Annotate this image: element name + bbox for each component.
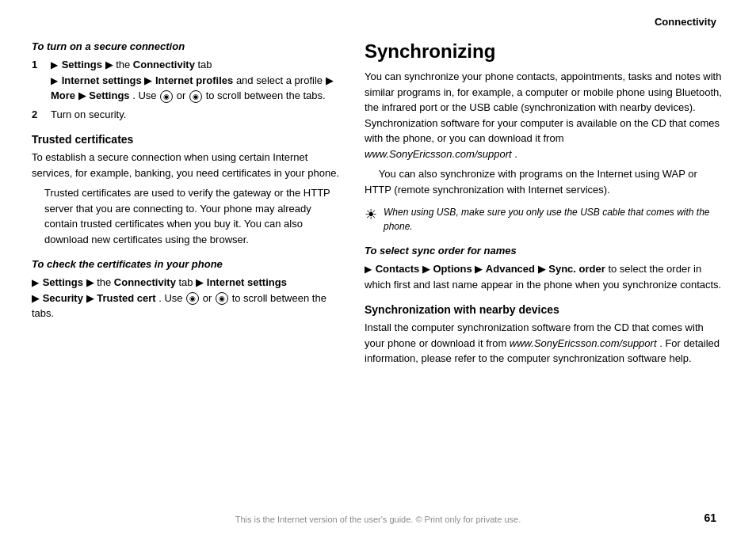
more-link: More: [51, 89, 75, 101]
check-cert-body: ▶ Settings ▶ the Connectivity tab ▶ Inte…: [32, 275, 341, 321]
connectivity-check: Connectivity: [114, 276, 176, 288]
page-header: Connectivity: [32, 16, 724, 28]
connectivity-link-1: Connectivity: [133, 59, 195, 70]
tip-text: When using USB, make sure you only use t…: [384, 205, 724, 234]
step-1-content: ▶ Settings ▶ the Connectivity tab ▶ Inte…: [51, 57, 341, 104]
sync-body1: You can synchronize your phone contacts,…: [365, 69, 724, 162]
advanced-link: Advanced: [486, 263, 535, 275]
left-circle-btn-2: ◉: [186, 292, 199, 305]
step-2-number: 2: [32, 107, 48, 123]
sync-order-section: To select sync order for names ▶ Contact…: [365, 245, 724, 292]
sync-main-title: Synchronizing: [365, 40, 724, 63]
contacts-link: Contacts: [376, 263, 420, 275]
left-column: To turn on a secure connection 1 ▶ Setti…: [32, 40, 341, 371]
right-circle-btn-2: ◉: [216, 292, 228, 305]
page-number: 61: [704, 511, 716, 524]
security-check: Security: [43, 292, 83, 304]
right-circle-btn: ◉: [189, 90, 202, 103]
arrow-icon-2: ▶: [51, 75, 58, 86]
nearby-devices-body: Install the computer synchronization sof…: [365, 320, 724, 367]
step-2: 2 Turn on security.: [32, 107, 341, 123]
settings-link-2: Settings: [89, 89, 129, 101]
arrow-icon-1: ▶: [51, 59, 58, 70]
tip-icon: ☀: [365, 206, 377, 223]
sync-link-1: www.SonyEricsson.com/support: [365, 148, 512, 160]
header-title: Connectivity: [655, 16, 716, 28]
sync-order-link: Sync. order: [548, 263, 605, 275]
content-wrapper: To turn on a secure connection 1 ▶ Setti…: [32, 40, 724, 371]
options-link: Options: [433, 263, 472, 275]
right-column: Synchronizing You can synchronize your p…: [365, 40, 724, 371]
footer: This is the Internet version of the user…: [0, 515, 756, 524]
step-2-content: Turn on security.: [51, 107, 341, 123]
trusted-cert-body1: To establish a secure connection when us…: [32, 150, 341, 181]
step-1-number: 1: [32, 57, 48, 104]
arrow-sync-1: ▶: [365, 264, 372, 275]
trusted-cert-check: Trusted cert: [97, 292, 155, 304]
left-circle-btn: ◉: [160, 90, 173, 103]
footer-text: This is the Internet version of the user…: [235, 515, 521, 524]
sync-order-body: ▶ Contacts ▶ Options ▶ Advanced ▶ Sync. …: [365, 261, 724, 292]
check-cert-section: To check the certificates in your phone …: [32, 258, 341, 321]
nearby-devices-title: Synchronization with nearby devices: [365, 303, 724, 316]
section-secure-connection-title: To turn on a secure connection: [32, 40, 341, 52]
internet-settings-link: Internet settings: [62, 74, 142, 86]
trusted-cert-title: Trusted certificates: [32, 133, 341, 146]
sync-order-title: To select sync order for names: [365, 245, 724, 257]
check-cert-title: To check the certificates in your phone: [32, 258, 341, 270]
nearby-devices-section: Synchronization with nearby devices Inst…: [365, 303, 724, 367]
trusted-cert-body2: Trusted certificates are used to verify …: [44, 185, 341, 247]
page: Connectivity To turn on a secure connect…: [0, 0, 756, 536]
settings-link-1: Settings: [62, 59, 102, 70]
internet-settings-check: Internet settings: [207, 276, 287, 288]
internet-profiles-link: Internet profiles: [155, 74, 233, 86]
step-1: 1 ▶ Settings ▶ the Connectivity tab ▶ In…: [32, 57, 341, 104]
sync-body2: You can also synchronize with programs o…: [365, 166, 724, 197]
tip-box: ☀ When using USB, make sure you only use…: [365, 205, 724, 234]
nearby-link: www.SonyEricsson.com/support: [510, 337, 657, 349]
settings-check: Settings: [43, 276, 83, 288]
trusted-cert-section: Trusted certificates To establish a secu…: [32, 133, 341, 247]
arrow-check-1: ▶: [32, 277, 39, 288]
